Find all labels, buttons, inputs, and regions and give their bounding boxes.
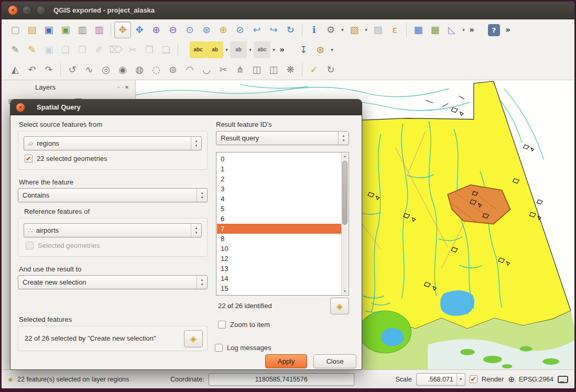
panel-float-icon[interactable]: ▫ <box>114 83 123 91</box>
run-feature-action-dropdown[interactable]: ▾ <box>339 21 346 38</box>
cut-features[interactable]: ✂ <box>124 41 141 58</box>
dialog-close-button[interactable]: ✕ <box>16 103 25 112</box>
zoom-to-item-checkbox[interactable]: ✔ Zoom to item <box>218 321 270 329</box>
apply-button[interactable]: Apply <box>265 354 307 368</box>
result-id-item[interactable]: 6 <box>217 214 341 224</box>
split-parts[interactable]: ⋔ <box>232 61 248 78</box>
result-id-item[interactable]: 3 <box>217 184 341 194</box>
save-project-as[interactable]: ▣ <box>57 21 74 38</box>
offline-editing[interactable]: ↧ <box>295 41 312 58</box>
copy-features[interactable]: ❐ <box>141 41 158 58</box>
add-feature[interactable]: ❏ <box>57 41 74 58</box>
result-id-item[interactable]: 0 <box>217 154 341 164</box>
new-project[interactable]: ▢ <box>7 21 24 38</box>
window-maximize-button[interactable]: ▫ <box>36 5 46 15</box>
zoom-out[interactable]: ⊖ <box>165 21 181 38</box>
pan-to-selection[interactable]: ✥ <box>131 21 148 38</box>
result-id-item[interactable]: 8 <box>217 234 341 244</box>
result-id-item[interactable]: 2 <box>217 174 341 184</box>
offset-curve[interactable]: ◠ <box>181 61 198 78</box>
pan-map[interactable]: ✥ <box>114 21 131 38</box>
delete-selected[interactable]: ⌦ <box>107 41 124 58</box>
delete-part[interactable]: ⊚ <box>165 61 181 78</box>
titlebar[interactable]: ✕ — ▫ QGIS exported - project_alaska <box>2 2 574 19</box>
zoom-to-selection[interactable]: ⊕ <box>215 21 232 38</box>
list-scrollbar[interactable]: ▴ ▾ <box>341 153 348 295</box>
select-by-expression[interactable]: ε <box>386 21 403 38</box>
label-pin[interactable]: ab <box>207 41 223 58</box>
label-highlight[interactable]: ab <box>230 41 247 58</box>
result-use-combo[interactable]: Create new selection ▴▾ <box>18 275 208 289</box>
select-features[interactable]: ▧ <box>346 21 363 38</box>
open-project[interactable]: ▤ <box>24 21 40 38</box>
undo[interactable]: ↶ <box>24 61 40 78</box>
reshape-features[interactable]: ◡ <box>198 61 215 78</box>
scroll-up-icon[interactable]: ▴ <box>342 153 348 159</box>
operation-combo[interactable]: Contains ▴▾ <box>18 188 208 202</box>
merge-feature-attributes[interactable]: ◫ <box>265 61 282 78</box>
toolbar-overflow[interactable]: » <box>503 21 513 38</box>
show-selected-button[interactable]: ◈ <box>184 330 203 347</box>
run-feature-action[interactable]: ⚙ <box>322 21 339 38</box>
close-button[interactable]: Close <box>313 354 356 368</box>
simplify-feature[interactable]: ∿ <box>81 61 97 78</box>
scroll-down-icon[interactable]: ▾ <box>342 288 348 295</box>
zoom-last[interactable]: ↩ <box>248 21 265 38</box>
result-id-item[interactable]: 4 <box>217 194 341 204</box>
measure-dropdown[interactable]: ▾ <box>460 21 467 38</box>
help[interactable]: ? <box>488 24 500 36</box>
rotate-point-symbols[interactable]: ❋ <box>282 61 299 78</box>
toolbar-overflow[interactable]: » <box>277 41 287 58</box>
source-layer-combo[interactable]: ▱ regions ▴▾ <box>24 136 202 150</box>
add-ring[interactable]: ◎ <box>97 61 114 78</box>
node-tool[interactable]: ✐ <box>91 41 107 58</box>
coordinate-input[interactable] <box>209 373 354 386</box>
merge-features[interactable]: ◫ <box>248 61 265 78</box>
window-close-button[interactable]: ✕ <box>8 5 18 15</box>
deselect-features[interactable]: ▧ <box>369 21 386 38</box>
result-id-list[interactable]: 0 1 2 3 4 5 6 <box>216 152 349 296</box>
result-id-item[interactable]: 13 <box>217 264 341 274</box>
composer-manager[interactable]: ▥ <box>91 21 107 38</box>
label-highlight-dropdown[interactable]: ▾ <box>247 41 254 58</box>
zoom-to-layer[interactable]: ⊘ <box>232 21 248 38</box>
zoom-next[interactable]: ↪ <box>265 21 282 38</box>
zoom-in[interactable]: ⊕ <box>148 21 165 38</box>
select-identified-button[interactable]: ◈ <box>330 298 349 314</box>
scale-combo[interactable]: .568.071 ▾ <box>416 373 465 386</box>
zoom-native[interactable]: ⊙ <box>181 21 198 38</box>
reload-edits[interactable]: ↻ <box>322 61 339 78</box>
zoom-full[interactable]: ⊛ <box>198 21 215 38</box>
layers-panel-header[interactable]: Layers ▫ ✕ <box>2 80 135 94</box>
result-id-item[interactable]: 1 <box>217 164 341 174</box>
split-features[interactable]: ✂ <box>215 61 232 78</box>
window-minimize-button[interactable]: — <box>22 5 32 15</box>
scrollbar-thumb[interactable] <box>342 161 347 225</box>
result-id-item[interactable]: 10 <box>217 244 341 254</box>
reference-layer-combo[interactable]: ∴ airports ▴▾ <box>24 223 202 237</box>
open-attribute-table[interactable]: ▦ <box>410 21 427 38</box>
source-selected-checkbox[interactable]: ✔ 22 selected geometries <box>25 155 107 162</box>
crs-globe-icon[interactable]: ⊕ <box>508 375 515 384</box>
dialog-titlebar[interactable]: ✕ Spatial Query <box>10 100 362 115</box>
save-layer-edits[interactable]: ▣ <box>40 41 57 58</box>
result-id-item[interactable]: 15 <box>217 284 341 293</box>
refresh-map[interactable]: ↻ <box>282 21 299 38</box>
result-id-item[interactable]: 14 <box>217 274 341 284</box>
render-checkbox[interactable]: ✔ Render <box>470 375 504 383</box>
globe-plugin[interactable]: ⊛ <box>312 41 329 58</box>
panel-close-icon[interactable]: ✕ <box>123 83 131 91</box>
move-feature[interactable]: ❐ <box>74 41 91 58</box>
result-id-item[interactable]: 7 <box>217 224 341 234</box>
label-pin-dropdown[interactable]: ▾ <box>223 41 230 58</box>
messages-bubble-icon[interactable] <box>558 376 568 383</box>
new-print-composer[interactable]: ▥ <box>74 21 91 38</box>
measure[interactable]: ◺ <box>443 21 460 38</box>
result-id-item[interactable]: 12 <box>217 254 341 264</box>
delete-ring[interactable]: ◌ <box>148 61 165 78</box>
label-settings[interactable]: abc <box>190 41 207 58</box>
enable-advanced-digitizing[interactable]: ◭ <box>7 61 24 78</box>
current-edits[interactable]: ✎ <box>7 41 24 58</box>
result-query-combo[interactable]: Result query ▴▾ <box>216 131 349 145</box>
label-rules[interactable]: abc <box>254 41 270 58</box>
